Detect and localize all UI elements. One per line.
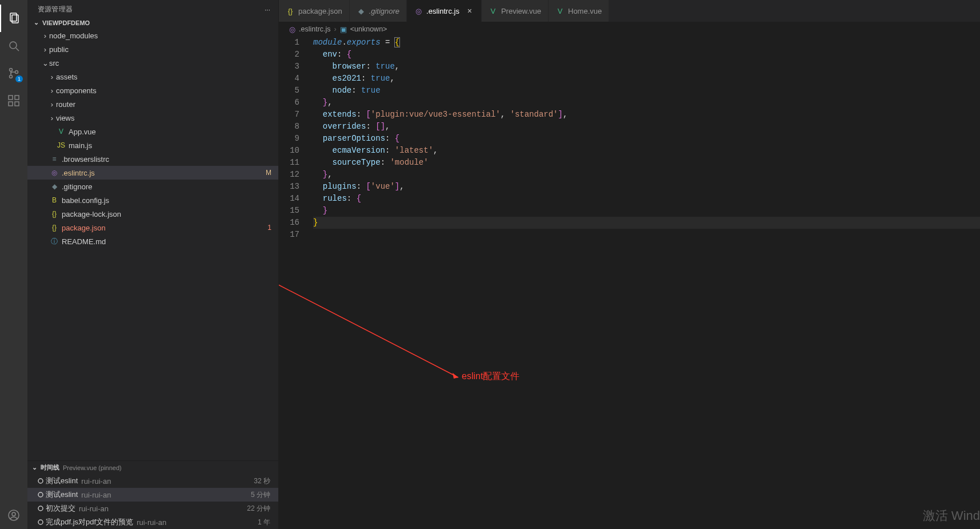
commit-msg: 初次提交 [46, 503, 75, 514]
svg-point-2 [10, 42, 17, 49]
commit-msg: 完成pdf.js对pdf文件的预览 [46, 517, 133, 527]
file-tree: ›node_modules›public⌄src›assets›componen… [27, 29, 278, 460]
timeline-item[interactable]: 测试eslintrui-rui-an5 分钟 [27, 488, 278, 502]
file-row[interactable]: {}package.json1 [27, 221, 278, 234]
folder-row[interactable]: ›router [27, 97, 278, 111]
file-icon: ⓘ [49, 237, 59, 246]
timeline-title: 时间线 [41, 463, 59, 472]
commit-icon [35, 519, 46, 526]
code-line: module.exports = { [313, 37, 980, 49]
folder-row[interactable]: ›assets [27, 70, 278, 83]
code-lines: module.exports = { env: { browser: true,… [313, 37, 980, 241]
svg-point-13 [38, 479, 43, 483]
svg-line-3 [16, 48, 19, 51]
chevron-right-icon: › [41, 31, 49, 40]
tree-label: package-lock.json [62, 210, 278, 218]
editor-tab[interactable]: {}package.json [279, 0, 350, 22]
editor-tab[interactable]: VHome.vue [549, 0, 609, 22]
file-row[interactable]: ≡.browserslistrc [27, 152, 278, 166]
line-number: 13 [279, 181, 305, 193]
file-icon: {} [49, 224, 59, 232]
tab-label: Home.vue [568, 7, 602, 15]
search-icon[interactable] [0, 32, 27, 59]
timeline-item[interactable]: 初次提交rui-rui-an22 分钟 [27, 502, 278, 515]
file-icon: ≡ [49, 155, 59, 163]
line-number: 5 [279, 85, 305, 97]
chevron-right-icon: › [48, 100, 56, 109]
file-row[interactable]: ⓘREADME.md [27, 234, 278, 248]
tree-label: .eslintrc.js [62, 169, 278, 177]
git-decoration: 1 [267, 224, 271, 232]
file-row[interactable]: ◆.gitignore [27, 180, 278, 193]
project-name: VIEWPDFDEMO [42, 19, 90, 26]
explorer-icon[interactable] [0, 5, 27, 32]
tree-label: main.js [69, 141, 278, 150]
svg-rect-9 [15, 102, 19, 106]
code-line: env: { [313, 49, 980, 61]
more-actions-icon[interactable]: ··· [265, 6, 270, 14]
chevron-right-icon: › [48, 114, 56, 122]
timeline-item[interactable]: 完成pdf.js对pdf文件的预览rui-rui-an1 年 [27, 515, 278, 529]
watermark: 激活 Wind [923, 507, 980, 524]
commit-author: rui-rui-an [81, 477, 111, 486]
file-row[interactable]: JSmain.js [27, 138, 278, 152]
file-row[interactable]: {}package-lock.json [27, 207, 278, 221]
breadcrumb-separator: › [334, 25, 337, 33]
chevron-right-icon: › [48, 86, 56, 95]
breadcrumbs[interactable]: ◎ .eslintrc.js › ▣ <unknown> [279, 22, 980, 37]
code-line: es2021: true, [313, 73, 980, 85]
file-row[interactable]: VApp.vue [27, 125, 278, 138]
code-line: plugins: ['vue'], [313, 181, 980, 193]
code-line: parserOptions: { [313, 133, 980, 145]
accounts-icon[interactable] [0, 502, 27, 529]
file-icon: JS [56, 141, 66, 149]
commit-author: rui-rui-an [79, 504, 109, 513]
tree-label: babel.config.js [62, 196, 278, 205]
code-line: } [313, 205, 980, 217]
timeline-header[interactable]: ⌄ 时间线 Preview.vue (pinned) [27, 460, 278, 474]
project-title[interactable]: ⌄ VIEWPDFDEMO [27, 17, 278, 29]
commit-time: 22 分钟 [247, 504, 270, 514]
editor-tab[interactable]: VPreview.vue [482, 0, 549, 22]
code-line: rules: { [313, 193, 980, 205]
file-icon: ◎ [289, 25, 295, 34]
timeline-item[interactable]: 测试eslintrui-rui-an32 秒 [27, 474, 278, 488]
source-control-icon[interactable]: 1 [0, 59, 27, 87]
editor-tabs: {}package.json◆.gitignore◎.eslintrc.js×V… [279, 0, 980, 22]
commit-icon [35, 491, 46, 498]
annotation-label: eslint配置文件 [462, 371, 519, 383]
git-decoration: M [266, 169, 271, 177]
folder-row[interactable]: ›public [27, 42, 278, 56]
line-number: 6 [279, 97, 305, 109]
extensions-icon[interactable] [0, 87, 27, 114]
code-line: } [313, 217, 980, 229]
code-line: extends: ['plugin:vue/vue3-essential', '… [313, 109, 980, 121]
svg-point-5 [10, 75, 13, 78]
sidebar-title: 资源管理器 [38, 5, 73, 14]
timeline-subtitle: Preview.vue (pinned) [63, 464, 122, 471]
bc-file: .eslintrc.js [299, 25, 331, 33]
folder-row[interactable]: ⌄src [27, 56, 278, 70]
commit-icon [35, 478, 46, 484]
commit-icon [35, 505, 46, 512]
svg-point-12 [12, 512, 15, 516]
code-line: node: true [313, 85, 980, 97]
folder-row[interactable]: ›views [27, 111, 278, 125]
file-row[interactable]: Bbabel.config.js [27, 193, 278, 207]
commit-author: rui-rui-an [81, 491, 111, 499]
file-row[interactable]: ◎.eslintrc.jsM [27, 166, 278, 180]
editor-tab[interactable]: ◆.gitignore [350, 0, 407, 22]
tree-label: App.vue [69, 128, 278, 136]
line-number: 17 [279, 229, 305, 241]
line-number: 12 [279, 169, 305, 181]
folder-row[interactable]: ›node_modules [27, 29, 278, 42]
line-number: 4 [279, 73, 305, 85]
tree-label: .browserslistrc [62, 155, 278, 164]
file-icon: V [56, 128, 66, 136]
code-editor[interactable]: 1234567891011121314151617 module.exports… [279, 37, 980, 529]
file-icon: V [489, 7, 498, 15]
close-icon[interactable]: × [465, 6, 474, 15]
line-number: 2 [279, 49, 305, 61]
folder-row[interactable]: ›components [27, 83, 278, 97]
editor-tab[interactable]: ◎.eslintrc.js× [407, 0, 482, 22]
